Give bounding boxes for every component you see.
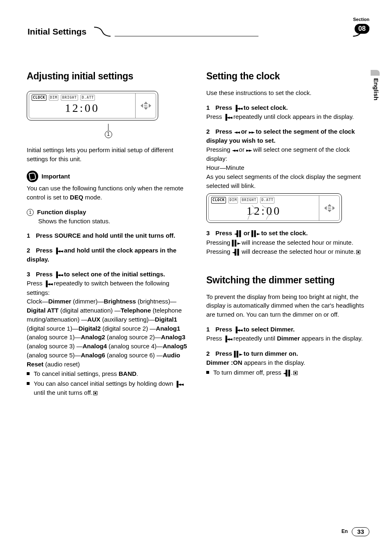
clock-step-2: 2Press ◄◄ or ►► to select the segment of…: [206, 127, 369, 145]
clock-chain: Hour—Minute: [206, 163, 369, 172]
lcd-display-1: CLOCK DIM BRIGHT D.ATT 12:00 SEL: [27, 91, 158, 120]
callout-1: 1: [27, 124, 190, 138]
section-number-badge: 08: [355, 24, 369, 34]
heading-clock: Setting the clock: [206, 70, 369, 83]
pause-prev-icon: ◄▌▌: [283, 369, 291, 377]
forward-icon: ►►: [249, 128, 254, 136]
prev-track-icon: ▐◄◄: [44, 280, 52, 288]
important-label: Important: [42, 172, 70, 181]
callout-ref-number: 1: [27, 209, 34, 216]
dimmer-step-2-desc: Dimmer :ON appears in the display.: [206, 358, 369, 367]
section-label: Section: [353, 16, 369, 23]
heading-dimmer: Switching the dimmer setting: [206, 273, 369, 287]
prev-track-icon: ▐◄◄: [54, 271, 62, 279]
prev-track-icon: ▐◄◄: [224, 335, 232, 343]
footer-lang: En: [341, 528, 348, 535]
svg-text:SEL: SEL: [327, 207, 332, 209]
function-display-row: 1 Function display: [27, 208, 190, 217]
clock-step-3: 3Press ◄▌▌ or ▌▌► to set the clock.: [206, 229, 369, 238]
clock-step-1: 1Press ▐◄◄ to select clock.: [206, 103, 369, 112]
page-number: 33: [352, 527, 369, 536]
dimmer-step-2: 2Press ▌▌► to turn dimmer on.: [206, 349, 369, 358]
clock-step-3-desc: Pressing ▌▌► will increase the selected …: [206, 238, 369, 257]
dimmer-step-1-desc: Press ▐◄◄ repeatedly until Dimmer appear…: [206, 334, 369, 343]
language-label: English: [371, 78, 380, 100]
important-row: Important: [27, 171, 190, 182]
clock-intro: Use these instructions to set the clock.: [206, 88, 369, 97]
tab-tail-curve: [94, 26, 111, 37]
left-step-3: 3Press ▐◄◄ to select one of the initial …: [27, 270, 190, 279]
dimmer-step-1: 1Press ▐◄◄ to select Dimmer.: [206, 325, 369, 334]
lcd-clock-value: 12:00: [32, 100, 133, 117]
end-of-section-icon: [356, 250, 360, 254]
prev-track-icon: ▐◄◄: [54, 247, 62, 255]
prev-track-icon: ▐◄◄: [234, 104, 242, 112]
left-step-3-desc: Press ▐◄◄ repeatedly to switch between t…: [27, 279, 190, 297]
svg-text:SEL: SEL: [144, 104, 148, 107]
clock-step-1-desc: Press ▐◄◄ repeatedly until clock appears…: [206, 112, 369, 121]
left-column: Adjusting initial settings CLOCK DIM BRI…: [27, 70, 190, 397]
bullet-icon: [206, 371, 209, 374]
intro-text: Initial settings lets you perform initia…: [27, 146, 190, 164]
divider-line: [115, 26, 258, 37]
right-column: Setting the clock Use these instructions…: [206, 70, 369, 397]
pause-next-icon: ▌▌►: [251, 229, 259, 238]
function-display-title: Function display: [37, 208, 86, 215]
left-step-2: 2Press ▐◄◄ and hold until the clock appe…: [27, 246, 190, 264]
prev-track-icon: ▐◄◄: [224, 113, 232, 121]
prev-track-icon: ▐◄◄: [234, 326, 242, 334]
important-text: You can use the following functions only…: [27, 184, 190, 202]
lcd-nav-icon: SEL: [319, 196, 339, 220]
page-title: Initial Settings: [27, 25, 94, 39]
footer: En 33: [341, 527, 369, 536]
callout-number: 1: [105, 131, 112, 138]
clock-blink-note: As you select segments of the clock disp…: [206, 172, 369, 190]
bullet-cancel-hold: You can also cancel initial settings by …: [27, 379, 190, 397]
header-tab: Initial Settings: [27, 25, 111, 39]
bullet-icon: [27, 382, 30, 385]
clock-step-2-desc: Pressing ◄◄ or ►► will select one segmen…: [206, 145, 369, 163]
lcd-clock-value-2: 12:00: [211, 203, 316, 220]
left-step-1: 1Press SOURCE and hold until the unit tu…: [27, 231, 190, 240]
pause-prev-icon: ◄▌▌: [232, 248, 240, 256]
forward-icon: ►►: [246, 146, 251, 154]
rewind-icon: ◄◄: [232, 146, 238, 154]
bullet-dimmer-off: To turn dimmer off, press ◄▌▌.: [206, 368, 369, 377]
pause-next-icon: ▌▌►: [234, 350, 242, 358]
end-of-section-icon: [293, 371, 297, 375]
bullet-icon: [27, 372, 30, 375]
header-row: Initial Settings: [27, 25, 369, 39]
important-icon: [27, 171, 38, 182]
pause-prev-icon: ◄▌▌: [234, 229, 242, 238]
bullet-cancel-band: To cancel initial settings, press BAND.: [27, 369, 190, 378]
dimmer-intro: To prevent the display from being too br…: [206, 292, 369, 319]
language-tab: English: [371, 70, 380, 123]
heading-adjusting: Adjusting initial settings: [27, 70, 190, 83]
settings-chain: Clock—Dimmer (dimmer)—Brightness (bright…: [27, 297, 190, 368]
prev-track-icon: ▐◄◄: [175, 380, 183, 388]
lcd-nav-icon: SEL: [135, 93, 156, 118]
lcd-display-2: CLOCK DIM BRIGHT D.ATT 12:00 SEL: [206, 193, 342, 223]
rewind-icon: ◄◄: [234, 128, 239, 136]
pause-next-icon: ▌▌►: [232, 239, 240, 247]
end-of-section-icon: [93, 391, 97, 395]
function-display-desc: Shows the function status.: [38, 217, 190, 226]
